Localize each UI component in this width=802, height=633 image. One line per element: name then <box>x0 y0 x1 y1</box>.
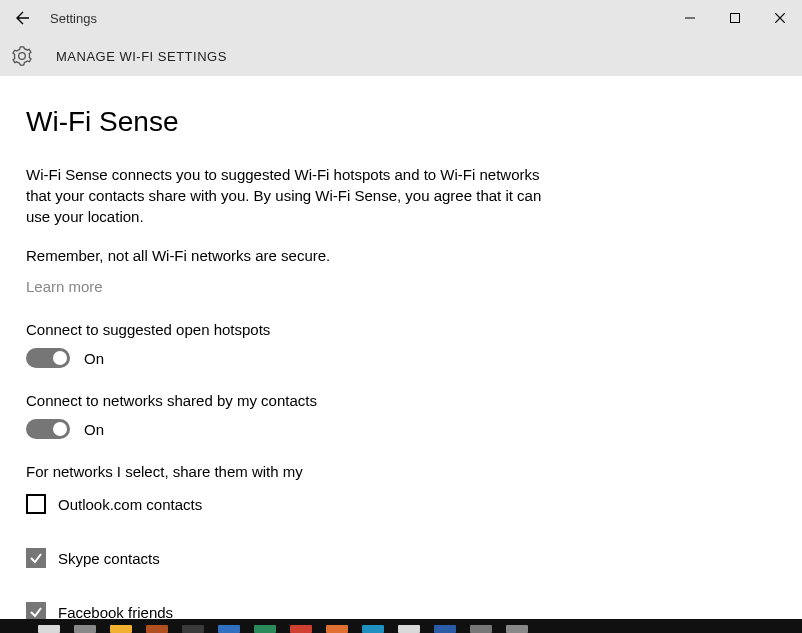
minimize-icon <box>685 13 695 23</box>
taskbar-item[interactable] <box>470 625 492 633</box>
taskbar-item[interactable] <box>218 625 240 633</box>
check-icon <box>29 605 43 619</box>
taskbar[interactable] <box>0 619 802 633</box>
svg-rect-1 <box>730 14 739 23</box>
taskbar-item[interactable] <box>290 625 312 633</box>
arrow-left-icon <box>14 10 30 26</box>
taskbar-item[interactable] <box>146 625 168 633</box>
checkbox-row: Skype contacts <box>26 548 776 568</box>
settings-list: Connect to suggested open hotspotsOnConn… <box>26 321 776 439</box>
checkbox-label: Facebook friends <box>58 604 173 621</box>
taskbar-item[interactable] <box>74 625 96 633</box>
app-title: Settings <box>50 11 97 26</box>
toggle-switch[interactable] <box>26 348 70 368</box>
subheader: MANAGE WI-FI SETTINGS <box>0 36 802 76</box>
check-icon <box>29 551 43 565</box>
checkbox-label: Outlook.com contacts <box>58 496 202 513</box>
toggle-row: On <box>26 348 776 368</box>
toggle-switch[interactable] <box>26 419 70 439</box>
taskbar-item[interactable] <box>362 625 384 633</box>
back-button[interactable] <box>0 0 44 36</box>
window-controls <box>667 0 802 36</box>
page-description: Wi-Fi Sense connects you to suggested Wi… <box>26 164 566 227</box>
share-label: For networks I select, share them with m… <box>26 463 776 480</box>
taskbar-item[interactable] <box>110 625 132 633</box>
toggle-knob <box>53 351 67 365</box>
maximize-button[interactable] <box>712 0 757 36</box>
toggle-state-label: On <box>84 350 104 367</box>
taskbar-item[interactable] <box>434 625 456 633</box>
close-button[interactable] <box>757 0 802 36</box>
toggle-label: Connect to networks shared by my contact… <box>26 392 776 409</box>
taskbar-item[interactable] <box>398 625 420 633</box>
checkbox[interactable] <box>26 548 46 568</box>
titlebar: Settings <box>0 0 802 36</box>
page-title: Wi-Fi Sense <box>26 106 776 138</box>
taskbar-item[interactable] <box>38 625 60 633</box>
checkbox-label: Skype contacts <box>58 550 160 567</box>
share-options: Outlook.com contactsSkype contactsFacebo… <box>26 494 776 622</box>
toggle-label: Connect to suggested open hotspots <box>26 321 776 338</box>
content-area: Wi-Fi Sense Wi-Fi Sense connects you to … <box>0 76 802 622</box>
taskbar-item[interactable] <box>326 625 348 633</box>
toggle-row: On <box>26 419 776 439</box>
checkbox-row: Outlook.com contacts <box>26 494 776 514</box>
close-icon <box>775 13 785 23</box>
taskbar-item[interactable] <box>254 625 276 633</box>
toggle-state-label: On <box>84 421 104 438</box>
taskbar-item[interactable] <box>182 625 204 633</box>
maximize-icon <box>730 13 740 23</box>
subheader-title: MANAGE WI-FI SETTINGS <box>56 49 227 64</box>
toggle-knob <box>53 422 67 436</box>
minimize-button[interactable] <box>667 0 712 36</box>
gear-icon <box>10 44 34 68</box>
learn-more-link[interactable]: Learn more <box>26 278 103 295</box>
checkbox[interactable] <box>26 494 46 514</box>
taskbar-item[interactable] <box>506 625 528 633</box>
remember-text: Remember, not all Wi-Fi networks are sec… <box>26 247 776 264</box>
